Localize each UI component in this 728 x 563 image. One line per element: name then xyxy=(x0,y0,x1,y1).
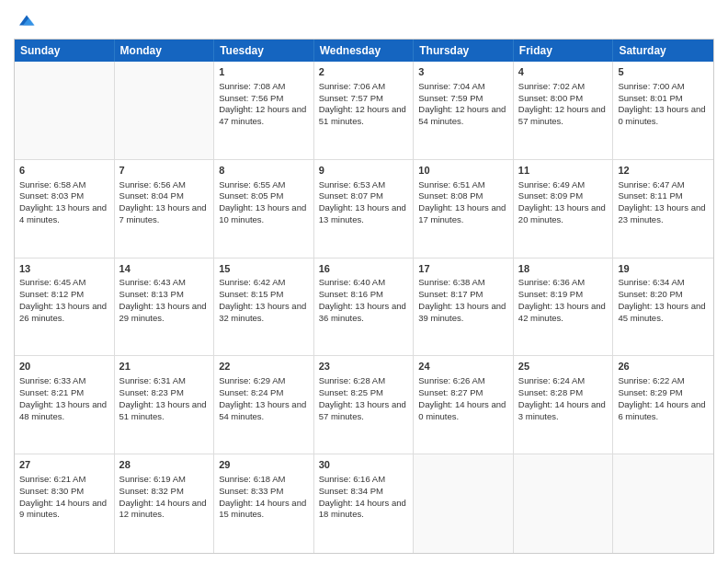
day-number: 22 xyxy=(219,360,309,373)
day-number: 24 xyxy=(418,360,508,373)
day-number: 26 xyxy=(618,360,709,373)
calendar-cell: 1Sunrise: 7:08 AM Sunset: 7:56 PM Daylig… xyxy=(214,62,314,159)
day-info: Sunrise: 6:28 AM Sunset: 8:25 PM Dayligh… xyxy=(319,375,406,420)
day-number: 1 xyxy=(219,65,309,79)
calendar-header-cell: Saturday xyxy=(613,40,713,62)
day-info: Sunrise: 6:55 AM Sunset: 8:05 PM Dayligh… xyxy=(219,179,306,224)
calendar-header-cell: Sunday xyxy=(15,40,115,62)
day-info: Sunrise: 6:45 AM Sunset: 8:12 PM Dayligh… xyxy=(19,277,107,322)
calendar-cell: 29Sunrise: 6:18 AM Sunset: 8:33 PM Dayli… xyxy=(214,454,314,553)
day-info: Sunrise: 6:34 AM Sunset: 8:20 PM Dayligh… xyxy=(618,277,705,322)
calendar-cell: 27Sunrise: 6:21 AM Sunset: 8:30 PM Dayli… xyxy=(15,454,115,553)
calendar-cell: 14Sunrise: 6:43 AM Sunset: 8:13 PM Dayli… xyxy=(115,259,215,356)
calendar-cell: 12Sunrise: 6:47 AM Sunset: 8:11 PM Dayli… xyxy=(613,160,713,258)
day-info: Sunrise: 6:24 AM Sunset: 8:28 PM Dayligh… xyxy=(518,375,606,420)
day-info: Sunrise: 6:31 AM Sunset: 8:23 PM Dayligh… xyxy=(119,375,207,420)
calendar-cell: 4Sunrise: 7:02 AM Sunset: 8:00 PM Daylig… xyxy=(514,62,614,159)
day-info: Sunrise: 6:22 AM Sunset: 8:29 PM Dayligh… xyxy=(618,375,705,420)
logo-icon xyxy=(16,9,38,31)
day-info: Sunrise: 6:26 AM Sunset: 8:27 PM Dayligh… xyxy=(418,375,506,420)
day-number: 7 xyxy=(119,164,210,178)
day-number: 16 xyxy=(319,262,409,276)
day-number: 17 xyxy=(418,262,508,276)
day-number: 3 xyxy=(418,65,508,79)
day-number: 28 xyxy=(119,458,210,472)
day-info: Sunrise: 6:49 AM Sunset: 8:09 PM Dayligh… xyxy=(518,179,606,224)
day-info: Sunrise: 7:04 AM Sunset: 7:59 PM Dayligh… xyxy=(418,81,506,126)
day-info: Sunrise: 7:06 AM Sunset: 7:57 PM Dayligh… xyxy=(319,81,406,126)
day-number: 15 xyxy=(219,262,309,276)
calendar-row: 13Sunrise: 6:45 AM Sunset: 8:12 PM Dayli… xyxy=(15,259,713,357)
day-info: Sunrise: 6:42 AM Sunset: 8:15 PM Dayligh… xyxy=(219,277,306,322)
calendar-cell: 20Sunrise: 6:33 AM Sunset: 8:21 PM Dayli… xyxy=(15,356,115,454)
calendar-row: 6Sunrise: 6:58 AM Sunset: 8:03 PM Daylig… xyxy=(15,160,713,259)
calendar-header-cell: Wednesday xyxy=(314,40,415,62)
calendar-cell: 10Sunrise: 6:51 AM Sunset: 8:08 PM Dayli… xyxy=(414,160,514,258)
calendar-header-cell: Thursday xyxy=(414,40,514,62)
logo xyxy=(14,9,38,31)
day-number: 13 xyxy=(19,262,109,276)
calendar-cell: 25Sunrise: 6:24 AM Sunset: 8:28 PM Dayli… xyxy=(514,356,614,454)
calendar-cell: 2Sunrise: 7:06 AM Sunset: 7:57 PM Daylig… xyxy=(314,62,415,159)
calendar-cell xyxy=(115,62,215,159)
calendar-cell: 6Sunrise: 6:58 AM Sunset: 8:03 PM Daylig… xyxy=(15,160,115,258)
day-info: Sunrise: 7:08 AM Sunset: 7:56 PM Dayligh… xyxy=(219,81,306,126)
calendar-cell: 19Sunrise: 6:34 AM Sunset: 8:20 PM Dayli… xyxy=(613,259,713,356)
day-info: Sunrise: 6:29 AM Sunset: 8:24 PM Dayligh… xyxy=(219,375,306,420)
day-number: 25 xyxy=(518,360,609,373)
day-number: 21 xyxy=(119,360,210,373)
day-number: 9 xyxy=(319,164,409,178)
calendar-cell: 23Sunrise: 6:28 AM Sunset: 8:25 PM Dayli… xyxy=(314,356,415,454)
calendar-cell: 17Sunrise: 6:38 AM Sunset: 8:17 PM Dayli… xyxy=(414,259,514,356)
day-number: 27 xyxy=(19,458,109,472)
day-number: 23 xyxy=(319,360,409,373)
calendar-cell: 5Sunrise: 7:00 AM Sunset: 8:01 PM Daylig… xyxy=(613,62,713,159)
calendar-cell: 30Sunrise: 6:16 AM Sunset: 8:34 PM Dayli… xyxy=(314,454,415,553)
calendar-cell: 16Sunrise: 6:40 AM Sunset: 8:16 PM Dayli… xyxy=(314,259,415,356)
day-number: 30 xyxy=(319,458,409,472)
calendar-cell: 22Sunrise: 6:29 AM Sunset: 8:24 PM Dayli… xyxy=(214,356,314,454)
day-number: 12 xyxy=(618,164,709,178)
calendar-header-cell: Friday xyxy=(514,40,614,62)
day-info: Sunrise: 7:02 AM Sunset: 8:00 PM Dayligh… xyxy=(518,81,606,126)
day-info: Sunrise: 6:38 AM Sunset: 8:17 PM Dayligh… xyxy=(418,277,506,322)
calendar-cell xyxy=(15,62,115,159)
calendar-row: 1Sunrise: 7:08 AM Sunset: 7:56 PM Daylig… xyxy=(15,62,713,160)
day-number: 18 xyxy=(518,262,609,276)
day-number: 8 xyxy=(219,164,309,178)
day-number: 2 xyxy=(319,65,409,79)
day-number: 19 xyxy=(618,262,709,276)
day-info: Sunrise: 6:18 AM Sunset: 8:33 PM Dayligh… xyxy=(219,474,306,519)
day-info: Sunrise: 6:58 AM Sunset: 8:03 PM Dayligh… xyxy=(19,179,107,224)
day-info: Sunrise: 6:19 AM Sunset: 8:32 PM Dayligh… xyxy=(119,474,207,519)
calendar-body: 1Sunrise: 7:08 AM Sunset: 7:56 PM Daylig… xyxy=(15,62,713,553)
day-info: Sunrise: 6:43 AM Sunset: 8:13 PM Dayligh… xyxy=(119,277,207,322)
calendar-cell: 15Sunrise: 6:42 AM Sunset: 8:15 PM Dayli… xyxy=(214,259,314,356)
calendar-cell: 11Sunrise: 6:49 AM Sunset: 8:09 PM Dayli… xyxy=(514,160,614,258)
calendar-cell: 13Sunrise: 6:45 AM Sunset: 8:12 PM Dayli… xyxy=(15,259,115,356)
day-info: Sunrise: 6:56 AM Sunset: 8:04 PM Dayligh… xyxy=(119,179,207,224)
day-info: Sunrise: 6:33 AM Sunset: 8:21 PM Dayligh… xyxy=(19,375,107,420)
day-number: 29 xyxy=(219,458,309,472)
calendar-row: 20Sunrise: 6:33 AM Sunset: 8:21 PM Dayli… xyxy=(15,356,713,454)
calendar-cell: 18Sunrise: 6:36 AM Sunset: 8:19 PM Dayli… xyxy=(514,259,614,356)
day-info: Sunrise: 6:21 AM Sunset: 8:30 PM Dayligh… xyxy=(19,474,107,519)
day-info: Sunrise: 6:16 AM Sunset: 8:34 PM Dayligh… xyxy=(319,474,406,519)
calendar-cell: 26Sunrise: 6:22 AM Sunset: 8:29 PM Dayli… xyxy=(613,356,713,454)
calendar-cell xyxy=(514,454,614,553)
calendar-cell xyxy=(414,454,514,553)
calendar-cell: 8Sunrise: 6:55 AM Sunset: 8:05 PM Daylig… xyxy=(214,160,314,258)
day-info: Sunrise: 6:40 AM Sunset: 8:16 PM Dayligh… xyxy=(319,277,406,322)
calendar-header-cell: Monday xyxy=(115,40,215,62)
day-info: Sunrise: 6:51 AM Sunset: 8:08 PM Dayligh… xyxy=(418,179,506,224)
day-number: 6 xyxy=(19,164,109,178)
day-info: Sunrise: 6:47 AM Sunset: 8:11 PM Dayligh… xyxy=(618,179,705,224)
calendar-cell: 9Sunrise: 6:53 AM Sunset: 8:07 PM Daylig… xyxy=(314,160,415,258)
day-info: Sunrise: 7:00 AM Sunset: 8:01 PM Dayligh… xyxy=(618,81,705,126)
day-number: 4 xyxy=(518,65,609,79)
calendar-cell: 3Sunrise: 7:04 AM Sunset: 7:59 PM Daylig… xyxy=(414,62,514,159)
day-info: Sunrise: 6:53 AM Sunset: 8:07 PM Dayligh… xyxy=(319,179,406,224)
header xyxy=(14,9,714,31)
calendar-header-cell: Tuesday xyxy=(214,40,314,62)
calendar-cell: 28Sunrise: 6:19 AM Sunset: 8:32 PM Dayli… xyxy=(115,454,215,553)
